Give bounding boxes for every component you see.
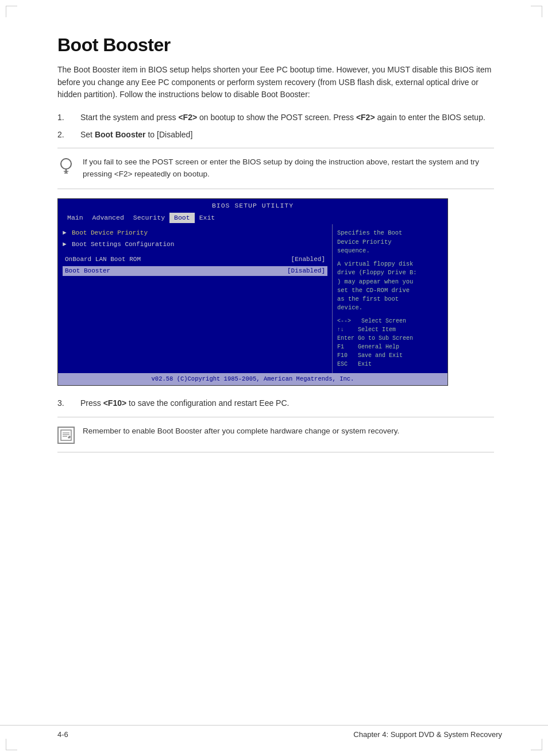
tip-box: If you fail to see the POST screen or en… [57, 148, 494, 189]
bios-item-2-label: Boot Settings Configuration [72, 240, 174, 249]
bios-right-note: A virtual floppy diskdrive (Floppy Drive… [337, 260, 443, 312]
step-2-number: 2. [57, 129, 69, 141]
bios-item-1-label: Boot Device Priority [72, 229, 148, 237]
bios-setting-booster-name: Boot Booster [65, 267, 110, 275]
note-text: Remember to enable Boot Booster after yo… [83, 425, 399, 438]
bios-right-panel: Specifies the BootDevice Prioritysequenc… [333, 224, 447, 373]
bios-keys: <--> Select Screen ↑↓ Select Item Enter … [337, 317, 443, 369]
footer-right: Chapter 4: Support DVD & System Recovery [353, 730, 502, 739]
footer-left: 4-6 [57, 730, 68, 739]
bios-screenshot: BIOS SETUP UTILITY Main Advanced Securit… [57, 198, 448, 386]
bios-menu-exit: Exit [195, 213, 220, 223]
note-box: Remember to enable Boot Booster after yo… [57, 417, 494, 452]
bios-body: ► Boot Device Priority ► Boot Settings C… [58, 224, 447, 373]
corner-top-left [6, 6, 17, 17]
step-1-text: Start the system and press <F2> on bootu… [80, 112, 494, 124]
bios-setting-booster: Boot Booster [Disabled] [63, 266, 327, 276]
step-1: 1. Start the system and press <F2> on bo… [57, 112, 494, 124]
bios-menu-boot: Boot [169, 213, 195, 223]
bios-setting-booster-value: [Disabled] [287, 267, 325, 275]
step-1-number: 1. [57, 112, 69, 124]
step-3: 3. Press <F10> to save the configuration… [57, 397, 494, 410]
tip-text: If you fail to see the POST screen or en… [83, 156, 494, 181]
page-title: Boot Booster [57, 34, 502, 56]
bios-setting-lan-name: OnBoard LAN Boot ROM [65, 255, 141, 264]
bios-titlebar: BIOS SETUP UTILITY [58, 199, 447, 212]
bios-left-panel: ► Boot Device Priority ► Boot Settings C… [58, 224, 333, 373]
svg-point-0 [61, 159, 71, 169]
step-3-text: Press <F10> to save the configuration an… [80, 397, 494, 410]
corner-bottom-right [531, 739, 542, 750]
step-3-number: 3. [57, 397, 69, 410]
bios-menubar: Main Advanced Security Boot Exit [58, 212, 447, 224]
steps-list-2: 3. Press <F10> to save the configuration… [57, 397, 502, 410]
intro-text: The Boot Booster item in BIOS setup help… [57, 64, 494, 101]
bios-setting-lan: OnBoard LAN Boot ROM [Enabled] [63, 255, 327, 264]
corner-bottom-left [6, 739, 17, 750]
bios-menu-advanced: Advanced [88, 213, 129, 223]
bios-menu-main: Main [63, 213, 88, 223]
bios-setting-lan-value: [Enabled] [291, 255, 325, 264]
steps-list: 1. Start the system and press <F2> on bo… [57, 112, 502, 141]
corner-top-right [531, 6, 542, 17]
note-icon [57, 427, 75, 444]
step-2-text: Set Boot Booster to [Disabled] [80, 129, 494, 141]
svg-rect-4 [61, 430, 71, 440]
bios-item-2: ► Boot Settings Configuration [63, 240, 327, 249]
bios-footer: v02.58 (C)Copyright 1985-2005, American … [58, 373, 447, 385]
step-2: 2. Set Boot Booster to [Disabled] [57, 129, 494, 141]
tip-icon [57, 158, 75, 180]
bios-menu-security: Security [129, 213, 169, 223]
bios-item-1: ► Boot Device Priority [63, 229, 327, 237]
page-footer: 4-6 Chapter 4: Support DVD & System Reco… [0, 725, 548, 739]
bios-item-2-arrow: ► [63, 240, 70, 249]
bios-right-desc: Specifies the BootDevice Prioritysequenc… [337, 229, 443, 255]
bios-item-1-arrow: ► [63, 229, 70, 237]
